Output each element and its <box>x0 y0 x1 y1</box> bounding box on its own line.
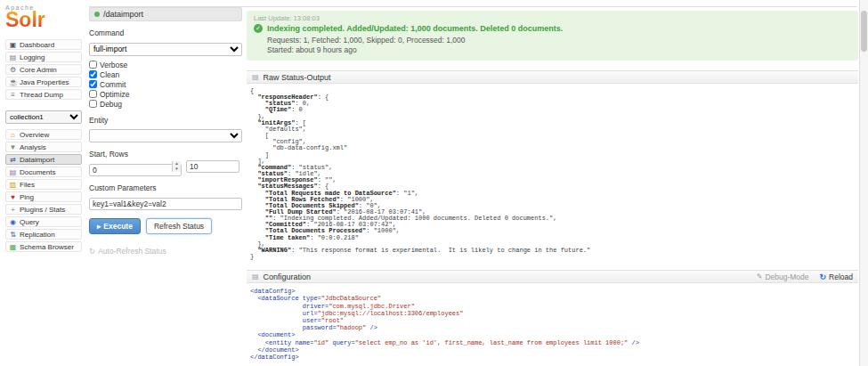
analysis-icon: ▼ <box>9 143 17 151</box>
files-icon: ▨ <box>9 181 17 189</box>
page-scrollbar-thumb[interactable] <box>861 11 867 52</box>
configuration-xml: <dataConfig> <dataSource type="JdbcDataS… <box>250 288 858 361</box>
dashboard-icon: ▣ <box>9 41 17 49</box>
sidebar-item-dataimport[interactable]: ⇄ Dataimport <box>5 154 82 165</box>
raw-status-output-header[interactable]: ▤ Raw Status-Output <box>247 70 858 84</box>
execute-button[interactable]: ▸ Execute <box>89 218 141 234</box>
refresh-status-label: Refresh Status <box>154 222 204 231</box>
sidebar-item-plugins-stats[interactable]: + Plugins / Stats <box>5 204 82 215</box>
verbose-label: Verbose <box>100 61 127 69</box>
sidebar-item-ping[interactable]: ♥ Ping <box>5 191 82 202</box>
dataimport-status-panel: Last Update: 13:08:03 ✓ Indexing complet… <box>247 11 858 361</box>
verbose-checkbox[interactable] <box>89 61 97 69</box>
status-started-line: Started: about 9 hours ago <box>254 45 851 55</box>
sidebar-item-schema-browser[interactable]: ▦ Schema Browser <box>5 241 82 252</box>
clean-checkbox[interactable] <box>89 70 97 78</box>
reload-label: Reload <box>829 272 853 281</box>
configuration-title: Configuration <box>264 272 312 281</box>
optimize-checkbox-row[interactable]: Optimize <box>89 90 242 99</box>
documents-icon: ▤ <box>9 168 17 176</box>
entity-select[interactable] <box>89 129 242 142</box>
commit-label: Commit <box>100 80 126 89</box>
solr-admin-window: Apache Solr ▣ Dashboard ▤ Logging ⚙ Core… <box>0 0 868 366</box>
status-headline: ✓ Indexing completed. Added/Updated: 1,0… <box>254 24 851 33</box>
solr-logo[interactable]: Apache Solr <box>5 4 86 30</box>
optimize-label: Optimize <box>100 90 130 99</box>
stepper-up-icon[interactable]: ▲ <box>174 161 178 166</box>
java-properties-icon: ☕ <box>9 78 17 86</box>
sidebar-item-label: Java Properties <box>20 78 69 86</box>
sidebar: Apache Solr ▣ Dashboard ▤ Logging ⚙ Core… <box>0 0 86 366</box>
debug-mode-button[interactable]: ✎ Debug-Mode <box>757 272 809 281</box>
sidebar-item-label: Logging <box>20 53 45 61</box>
command-label: Command <box>89 28 242 37</box>
logo-solr-text: Solr <box>5 11 45 28</box>
core-admin-icon: ⚙ <box>9 66 17 74</box>
sidebar-item-replication[interactable]: ⇅ Replication <box>5 229 82 240</box>
plugins-stats-icon: + <box>9 206 17 214</box>
sidebar-item-label: Ping <box>20 193 34 201</box>
auto-refresh-label: Auto-Refresh Status <box>98 247 166 256</box>
debug-checkbox-row[interactable]: Debug <box>89 100 242 109</box>
overview-icon: ⌂ <box>9 131 17 139</box>
raw-status-json: { "responseHeader": { "status": 0, "QTim… <box>250 88 858 260</box>
sidebar-item-dashboard[interactable]: ▣ Dashboard <box>5 39 82 50</box>
start-input[interactable] <box>89 164 182 176</box>
refresh-status-button[interactable]: Refresh Status <box>146 218 212 234</box>
custom-parameters-label: Custom Parameters <box>89 183 242 192</box>
command-select[interactable]: full-import <box>89 43 242 56</box>
schema-browser-icon: ▦ <box>9 243 17 251</box>
sidebar-item-core-admin[interactable]: ⚙ Core Admin <box>5 64 82 75</box>
optimize-checkbox[interactable] <box>89 90 97 98</box>
debug-checkbox[interactable] <box>89 100 97 108</box>
main-nav: ▣ Dashboard ▤ Logging ⚙ Core Admin ☕ Jav… <box>5 39 86 100</box>
reload-icon: ↻ <box>820 272 827 281</box>
sidebar-item-thread-dump[interactable]: ≡ Thread Dump <box>5 89 82 100</box>
clean-label: Clean <box>100 70 119 79</box>
check-circle-icon: ✓ <box>254 24 263 33</box>
start-stepper[interactable]: ▲▼ <box>172 161 181 172</box>
last-update-text: Last Update: 13:08:03 <box>254 14 851 22</box>
sidebar-item-label: Thread Dump <box>20 91 63 99</box>
page-scrollbar[interactable] <box>859 0 868 366</box>
reload-button[interactable]: ↻ Reload <box>820 272 853 281</box>
sidebar-item-documents[interactable]: ▤ Documents <box>5 167 82 177</box>
sidebar-item-files[interactable]: ▨ Files <box>5 179 82 190</box>
commit-checkbox[interactable] <box>89 80 97 88</box>
sidebar-item-label: Plugins / Stats <box>20 206 65 214</box>
clean-checkbox-row[interactable]: Clean <box>89 70 242 79</box>
rows-input[interactable] <box>186 160 239 173</box>
core-selector[interactable]: collection1 <box>5 110 82 124</box>
handler-name: /dataimport <box>103 10 143 19</box>
sidebar-item-label: Documents <box>20 168 55 176</box>
auto-refresh-status-toggle[interactable]: ↻ Auto-Refresh Status <box>89 247 242 256</box>
start-rows-label: Start, Rows <box>89 150 242 159</box>
configuration-header[interactable]: ▤ Configuration ✎ Debug-Mode ↻ Reload <box>247 270 858 283</box>
commit-checkbox-row[interactable]: Commit <box>89 80 242 89</box>
raw-status-output-title: Raw Status-Output <box>264 73 331 82</box>
sidebar-item-label: Dataimport <box>20 156 54 164</box>
debug-mode-icon: ✎ <box>757 272 763 281</box>
status-requests-line: Requests: 1, Fetched: 1,000, Skipped: 0,… <box>254 36 851 45</box>
ping-icon: ♥ <box>9 193 17 201</box>
section-icon: ▤ <box>252 73 259 81</box>
sidebar-item-label: Analysis <box>20 143 46 151</box>
handler-header: /dataimport <box>89 7 242 21</box>
sidebar-item-logging[interactable]: ▤ Logging <box>5 52 82 62</box>
execute-button-label: Execute <box>103 222 133 231</box>
sidebar-item-analysis[interactable]: ▼ Analysis <box>5 142 82 152</box>
sidebar-item-label: Dashboard <box>20 41 54 49</box>
sidebar-item-query[interactable]: ◉ Query <box>5 216 82 227</box>
stepper-down-icon[interactable]: ▼ <box>174 167 178 171</box>
sidebar-item-java-properties[interactable]: ☕ Java Properties <box>5 77 82 87</box>
sidebar-item-label: Query <box>20 218 39 226</box>
sidebar-item-overview[interactable]: ⌂ Overview <box>5 129 82 140</box>
query-icon: ◉ <box>9 218 17 226</box>
sidebar-item-label: Files <box>20 181 35 189</box>
auto-refresh-icon: ↻ <box>89 247 95 256</box>
custom-parameters-input[interactable] <box>89 198 242 210</box>
dataimport-icon: ⇄ <box>9 156 17 164</box>
core-nav: ⌂ Overview ▼ Analysis ⇄ Dataimport ▤ Doc… <box>5 129 86 252</box>
verbose-checkbox-row[interactable]: Verbose <box>89 61 242 69</box>
dataimport-form: /dataimport Command full-import Verbose … <box>89 7 242 256</box>
